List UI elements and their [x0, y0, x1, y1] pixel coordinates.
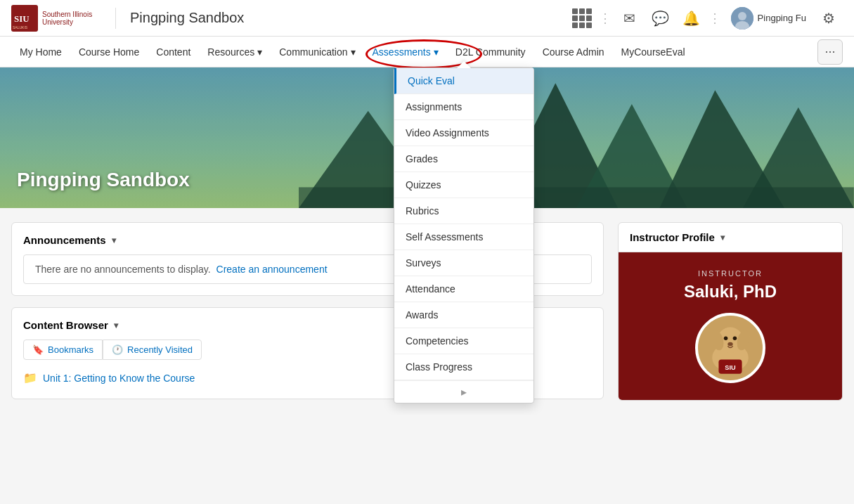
avatar: [731, 7, 753, 30]
dropdown-scroll-hint: ▸: [394, 380, 533, 403]
recently-visited-tab[interactable]: 🕐 Recently Visited: [103, 340, 202, 360]
folder-item-label: Unit 1: Getting to Know the Course: [43, 373, 195, 384]
create-announcement-link[interactable]: Create an announcement: [216, 264, 328, 275]
chevron-down-icon-2: ▾: [351, 46, 356, 58]
svg-text:SALUKIS: SALUKIS: [13, 25, 28, 30]
gear-icon: ⚙: [822, 10, 835, 27]
chat-button[interactable]: 💬: [647, 4, 675, 32]
dog-icon: SIU: [698, 316, 763, 380]
dropdown-item-competencies[interactable]: Competencies: [394, 328, 533, 354]
waffle-menu-button[interactable]: [568, 4, 596, 32]
content-browser-title: Content Browser: [23, 319, 108, 331]
clock-icon: 🕐: [112, 344, 123, 355]
chevron-down-icon-3: ▾: [434, 46, 439, 58]
announcements-title: Announcements: [23, 234, 106, 246]
nav-course-home[interactable]: Course Home: [70, 37, 148, 67]
instructor-profile-header: Instructor Profile ▾: [619, 223, 842, 252]
siu-logo-text: Southern Illinois University: [42, 11, 98, 26]
dropdown-item-assignments[interactable]: Assignments: [394, 94, 533, 120]
separator-dots: ⋮: [599, 11, 613, 26]
nav-bar: My Home Course Home Content Resources ▾ …: [0, 37, 854, 67]
chevron-down-icon-content: ▾: [114, 321, 118, 330]
svg-text:SIU: SIU: [725, 364, 736, 371]
nav-course-admin[interactable]: Course Admin: [534, 37, 613, 67]
instructor-profile-title: Instructor Profile: [630, 231, 715, 243]
svg-rect-12: [299, 187, 854, 208]
chevron-down-icon-instructor: ▾: [720, 233, 725, 243]
site-logo: SIU SALUKIS Southern Illinois University: [11, 5, 98, 32]
no-announcements-text: There are no announcements to display.: [35, 264, 211, 275]
settings-button[interactable]: ⚙: [815, 4, 843, 32]
nav-more-button[interactable]: ···: [817, 39, 843, 65]
assessments-dropdown: Quick Eval Assignments Video Assignments…: [394, 67, 534, 403]
svg-point-20: [733, 336, 737, 340]
divider: [115, 8, 116, 29]
bookmark-icon: 🔖: [32, 344, 44, 355]
mail-icon: ✉: [623, 10, 635, 27]
bell-button[interactable]: 🔔: [678, 4, 706, 32]
dropdown-item-quick-eval[interactable]: Quick Eval: [394, 68, 533, 94]
instructor-profile-card: Instructor Profile ▾ INSTRUCTOR Saluki, …: [618, 222, 843, 401]
chevron-down-icon-announcements: ▾: [112, 235, 116, 245]
nav-assessments[interactable]: Assessments ▾: [364, 37, 447, 67]
dropdown-triangle: [457, 61, 471, 68]
instructor-body: INSTRUCTOR Saluki, PhD: [619, 252, 842, 400]
top-bar-actions: ⋮ ✉ 💬 🔔 ⋮ Pingping Fu ⚙: [568, 4, 843, 32]
mail-button[interactable]: ✉: [616, 4, 644, 32]
hero-trees-svg: [299, 67, 854, 208]
bookmarks-tab[interactable]: 🔖 Bookmarks: [23, 340, 103, 360]
chevron-down-icon: ▾: [257, 46, 262, 58]
right-column: Instructor Profile ▾ INSTRUCTOR Saluki, …: [618, 222, 843, 401]
user-avatar-button[interactable]: Pingping Fu: [725, 4, 812, 32]
instructor-name: Saluki, PhD: [635, 282, 825, 302]
dropdown-item-video-assignments[interactable]: Video Assignments: [394, 120, 533, 146]
bell-icon: 🔔: [682, 10, 700, 27]
dropdown-item-quizzes[interactable]: Quizzes: [394, 172, 533, 198]
nav-my-home[interactable]: My Home: [11, 37, 70, 67]
svg-point-4: [738, 12, 746, 20]
siu-logo-icon: SIU SALUKIS: [11, 5, 38, 32]
dropdown-item-rubrics[interactable]: Rubrics: [394, 198, 533, 224]
nav-resources[interactable]: Resources ▾: [199, 37, 271, 67]
dropdown-item-surveys[interactable]: Surveys: [394, 250, 533, 276]
page-title: Pingping Sandbox: [130, 10, 568, 26]
svg-text:SIU: SIU: [14, 13, 30, 24]
dropdown-item-self-assessments[interactable]: Self Assessments: [394, 224, 533, 250]
dropdown-item-attendance[interactable]: Attendance: [394, 276, 533, 302]
separator-dots-2: ⋮: [709, 11, 723, 26]
nav-communication[interactable]: Communication ▾: [271, 37, 363, 67]
folder-icon: 📁: [23, 371, 37, 385]
svg-point-21: [727, 342, 732, 347]
chat-icon: 💬: [652, 10, 669, 27]
nav-mycourseval[interactable]: MyCourseEval: [613, 37, 694, 67]
instructor-avatar: SIU: [695, 313, 765, 383]
dropdown-item-grades[interactable]: Grades: [394, 146, 533, 172]
instructor-role-label: INSTRUCTOR: [635, 269, 825, 278]
nav-content[interactable]: Content: [148, 37, 199, 67]
user-name: Pingping Fu: [758, 13, 806, 23]
dropdown-item-awards[interactable]: Awards: [394, 302, 533, 328]
dropdown-item-class-progress[interactable]: Class Progress: [394, 354, 533, 380]
more-icon: ···: [824, 44, 835, 59]
hero-title: Pingping Sandbox: [17, 169, 190, 191]
svg-point-19: [724, 336, 728, 340]
top-bar: SIU SALUKIS Southern Illinois University…: [0, 0, 854, 37]
waffle-icon: [572, 8, 592, 28]
